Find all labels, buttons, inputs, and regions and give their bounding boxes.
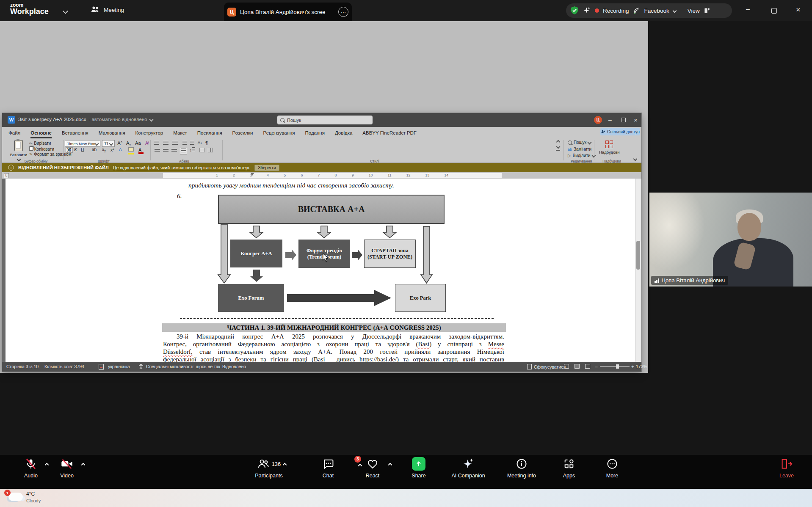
line-spacing-icon[interactable]: ↕ [190,147,195,152]
word-user-avatar[interactable]: Ц [594,116,602,124]
accessibility-icon[interactable] [138,364,144,369]
numbering-icon[interactable] [163,141,168,146]
align-right-icon[interactable] [171,148,177,153]
participant-video[interactable]: Цопа Віталій Андрійович [649,193,812,287]
format-painter-button[interactable]: ✎ Формат за зразком [29,152,72,157]
select-button[interactable]: ▷Виділити [568,153,595,158]
styles-gallery-scroll[interactable] [556,141,560,151]
status-word-count[interactable]: Кількість слів: 3794 [44,364,84,369]
copy-button[interactable]: Копіювати [29,146,54,152]
save-button[interactable]: Зберегти [254,165,279,171]
bold-button[interactable]: Ж [66,147,73,153]
stream-target-label[interactable]: Facebook [644,8,669,14]
italic-button[interactable]: К [74,147,77,152]
collapse-ribbon-icon[interactable] [633,157,638,161]
zoom-percentage[interactable]: 173% [636,364,640,369]
highlight-color-button[interactable] [128,147,134,154]
grow-font-icon[interactable]: А˄ [117,141,122,146]
word-close-button[interactable]: × [634,116,638,124]
change-case-icon[interactable]: Аа [135,141,141,146]
bullets-icon[interactable] [154,141,159,146]
more-button[interactable]: More [585,457,640,479]
chevron-down-icon[interactable] [672,8,677,13]
font-size-select[interactable]: 11 [102,140,115,147]
underline-button[interactable]: П [81,147,84,152]
security-shield-icon[interactable] [570,6,579,15]
sort-icon[interactable]: А↓ [198,141,202,145]
strikethrough-icon[interactable]: ab [92,147,97,152]
leave-button[interactable]: Leave [759,457,812,479]
addins-button[interactable]: Надбудови [599,141,620,154]
superscript-icon[interactable]: x2 [110,147,114,152]
focus-mode-button[interactable]: Сфокусуватися [527,364,566,369]
read-mode-icon[interactable] [564,364,569,369]
multilevel-list-icon[interactable] [172,141,178,146]
proofing-error-icon[interactable] [99,364,104,370]
align-center-icon[interactable] [163,148,168,153]
video-button[interactable]: Video [39,457,94,479]
chevron-up-icon[interactable] [556,140,560,144]
clear-formatting-icon[interactable]: А̸ [145,141,148,146]
tab-abbyy[interactable]: ABBYY FineReader PDF [362,127,417,138]
word-minimize-button[interactable]: – [608,116,612,123]
chevron-down-icon[interactable] [556,145,560,149]
tab-draw[interactable]: Малювання [99,127,125,138]
tab-design[interactable]: Конструктор [135,127,163,138]
warning-link[interactable]: Це відновлений файл, який тимчасово збер… [113,165,251,170]
tab-layout[interactable]: Макет [173,127,187,138]
web-layout-icon[interactable] [585,364,590,369]
increase-indent-icon[interactable] [190,141,194,146]
status-page[interactable]: Сторінка 3 із 10 [6,364,39,369]
tab-options-icon[interactable]: … [338,7,348,17]
chevron-down-icon[interactable] [149,117,153,121]
font-name-select[interactable]: Times New Roman [65,140,100,147]
tab-file[interactable]: Файл [8,127,20,138]
meeting-info-button[interactable]: Meeting info [494,457,549,479]
status-language[interactable]: українська [108,364,130,369]
borders-icon[interactable] [208,148,213,153]
vertical-scrollbar[interactable] [635,179,641,362]
share-button[interactable]: Share [391,457,446,479]
document-canvas[interactable]: приділяють увагу модним тенденціям під ч… [2,179,641,362]
tab-review[interactable]: Рецензування [263,127,295,138]
zoom-slider[interactable] [600,366,630,367]
minimize-button[interactable]: – [746,6,750,13]
tab-mailings[interactable]: Розсилки [232,127,253,138]
tab-insert[interactable]: Вставлення [62,127,88,138]
ai-companion-button[interactable]: AI Companion [441,457,496,479]
participants-options-icon[interactable] [282,463,287,467]
word-maximize-button[interactable] [621,118,626,122]
shrink-font-icon[interactable]: А˅ [126,141,131,146]
tab-shared-screen[interactable]: Ц Цопа Віталій Андрійович's scree … [224,3,352,21]
cut-button[interactable]: ✁ Вирізати [29,141,51,146]
align-left-icon[interactable] [155,148,160,153]
subscript-icon[interactable]: x2 [102,147,106,153]
indent-marker-icon[interactable] [250,173,254,176]
video-options-icon[interactable] [81,463,86,467]
print-layout-icon[interactable] [574,364,580,369]
zoom-out-icon[interactable]: − [595,364,598,370]
font-color-button[interactable]: А [138,147,144,154]
word-search-box[interactable]: Пошук [277,116,373,124]
word-share-button[interactable]: Спільний доступ [600,128,640,135]
chevron-down-icon[interactable] [63,8,68,14]
status-accessibility[interactable]: Спеціальні можливості: щось не так [146,364,220,369]
participants-button[interactable]: 136 Participants [241,457,296,479]
decrease-indent-icon[interactable] [182,141,187,146]
view-button[interactable]: View [688,8,700,14]
status-recovered[interactable]: Відновлено [222,364,246,369]
replace-button[interactable]: abЗамінити [568,147,591,152]
justify-icon[interactable] [180,148,187,154]
zoom-in-icon[interactable]: + [631,364,634,370]
paste-button[interactable]: Вставити [9,140,28,161]
find-button[interactable]: Пошук [568,140,591,145]
tab-help[interactable]: Довідка [335,127,352,138]
shading-icon[interactable] [199,148,205,153]
weather-widget[interactable]: 1 4°C Cloudy [0,489,51,507]
tab-meeting[interactable]: Meeting [91,6,124,14]
text-effects-icon[interactable]: А [119,147,122,152]
tab-selector-icon[interactable]: L [4,173,9,178]
maximize-button[interactable] [771,8,777,14]
tab-view[interactable]: Подання [305,127,325,138]
ai-sparkle-icon[interactable] [583,6,591,15]
